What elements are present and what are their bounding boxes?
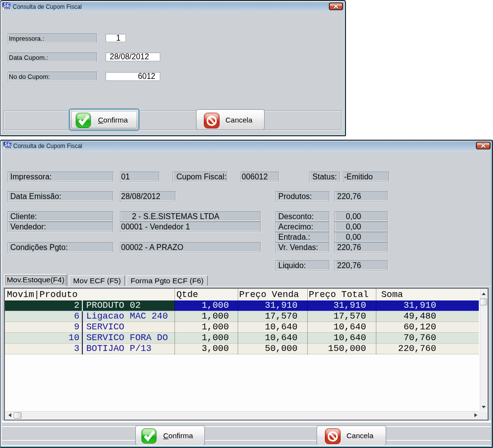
svg-text:SIGA: SIGA bbox=[6, 147, 10, 149]
svg-text:SE: SE bbox=[3, 2, 10, 8]
svg-text:SIGA: SIGA bbox=[5, 8, 9, 10]
svg-text:SE: SE bbox=[4, 142, 11, 147]
